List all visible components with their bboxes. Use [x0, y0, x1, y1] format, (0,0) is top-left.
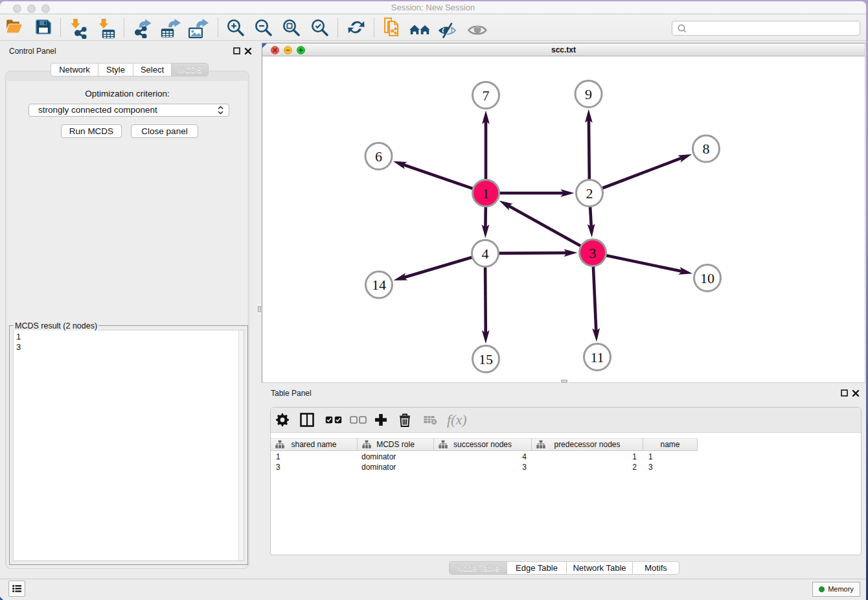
svg-text:15: 15 — [479, 351, 493, 367]
svg-text:14: 14 — [372, 277, 386, 293]
svg-text:1: 1 — [483, 185, 490, 202]
svg-text:3: 3 — [589, 245, 597, 261]
svg-text:4: 4 — [482, 246, 489, 262]
svg-text:10: 10 — [700, 270, 714, 286]
svg-text:2: 2 — [586, 185, 593, 202]
svg-text:9: 9 — [585, 86, 592, 102]
svg-text:6: 6 — [375, 148, 382, 165]
svg-text:8: 8 — [703, 141, 710, 157]
svg-text:11: 11 — [590, 349, 604, 365]
svg-text:7: 7 — [483, 87, 490, 104]
